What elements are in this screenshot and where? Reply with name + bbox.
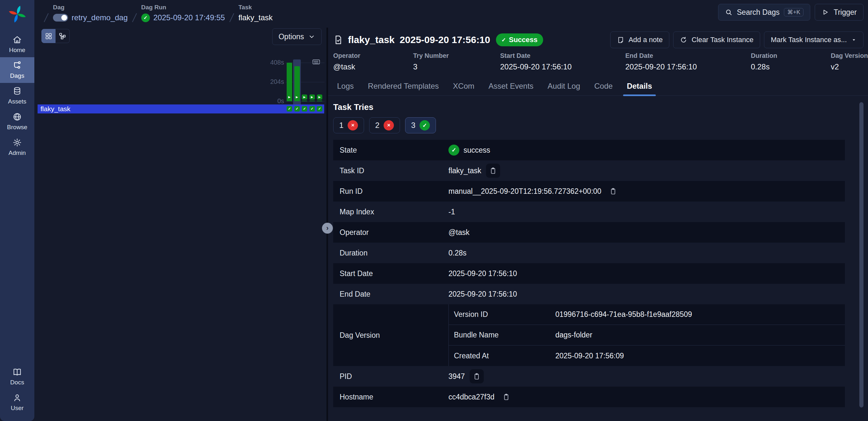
table-row: Dag Version Version ID <box>333 304 845 366</box>
Docs[interactable]: Docs <box>0 364 34 390</box>
table-row: Map Index -1 <box>333 201 845 222</box>
task-timestamp: 2025-09-20 17:56:10 <box>400 34 490 45</box>
try-button[interactable]: 1 × <box>333 117 364 133</box>
task-instance-check-icon[interactable]: ✓ <box>294 106 300 112</box>
try-button[interactable]: 2 × <box>369 117 400 133</box>
task-row-flaky-task[interactable]: flaky_task <box>37 105 324 113</box>
run-state-icon[interactable]: ▶ <box>317 94 322 100</box>
breadcrumb-separator <box>44 13 49 22</box>
row-value: @task <box>448 228 470 237</box>
user-icon <box>12 393 22 402</box>
dag-icon <box>12 61 22 70</box>
row-value: 2025-09-20 17:56:10 <box>448 290 517 299</box>
database-icon <box>12 86 22 96</box>
search-shortcut-badge: ⌘+K <box>784 8 804 17</box>
task-instance-check-icon[interactable]: ✓ <box>287 106 292 112</box>
airflow-logo-icon[interactable] <box>8 5 26 23</box>
Code[interactable]: Code <box>590 82 616 95</box>
Audit Log[interactable]: Audit Log <box>544 82 584 95</box>
clipboard-icon <box>610 188 617 195</box>
search-dags-button[interactable]: Search Dags ⌘+K <box>718 4 810 21</box>
meta-item: Try Number 3 <box>413 52 500 71</box>
Dags[interactable]: Dags <box>0 57 34 83</box>
meta-item: Operator @task <box>333 52 413 71</box>
row-value: 2025-09-20 17:56:10 <box>448 269 517 278</box>
Asset Events[interactable]: Asset Events <box>485 82 537 95</box>
topbar: Dag retry_demo_dag Dag Run ✓ 2025-09-20 … <box>34 0 868 28</box>
home-icon <box>12 35 22 44</box>
breadcrumb-value[interactable]: 2025-09-20 17:49:55 <box>153 13 225 22</box>
table-row: Hostname cc4dbca27f3d <box>333 387 845 407</box>
row-value: 0.28s <box>448 249 466 257</box>
duration-bar[interactable] <box>302 101 307 101</box>
scrollbar-thumb[interactable] <box>859 102 864 408</box>
collapse-panel-handle[interactable]: › <box>322 223 333 234</box>
breadcrumb-value[interactable]: flaky_task <box>239 13 273 22</box>
try-button[interactable]: 3 ✓ <box>405 117 436 133</box>
Assets[interactable]: Assets <box>0 83 34 109</box>
Browse[interactable]: Browse <box>0 109 34 134</box>
tab-bar: Logs Rendered Templates XCom Asset Event… <box>328 82 868 96</box>
run-state-icon[interactable]: ▶ <box>294 94 300 100</box>
trigger-button[interactable]: Trigger <box>815 4 864 21</box>
breadcrumb-separator <box>132 13 137 22</box>
run-state-icon[interactable]: ▶ <box>287 94 292 100</box>
Add a note[interactable]: Add a note <box>610 31 669 48</box>
duration-bar[interactable] <box>309 101 315 101</box>
task-instance-panel: flaky_task 2025-09-20 17:56:10 ✓ Success… <box>328 28 868 421</box>
copy-button[interactable] <box>499 390 513 404</box>
nested-table: Version ID 01996716-c694-71ea-95b8-f1e9a… <box>448 304 845 366</box>
airflow-app: Home Dags Assets Browse Admin <box>0 0 868 421</box>
nested-row: Bundle Name dags-folder <box>449 325 845 345</box>
sidebar-item-label: User <box>10 404 24 412</box>
copy-button[interactable] <box>606 184 620 198</box>
copy-button[interactable] <box>470 369 484 384</box>
task-title: flaky_task <box>348 34 395 45</box>
gear-icon <box>12 138 22 147</box>
sidebar-item-label: Browse <box>7 124 27 131</box>
XCom[interactable]: XCom <box>449 82 478 95</box>
breadcrumb-label: Task <box>239 4 273 11</box>
chart-tick-label: 204s <box>261 78 284 85</box>
task-tries-heading: Task Tries <box>333 102 868 112</box>
grid-panel: Options 408s204s0s▶✓▶✓▶✓▶✓▶✓ flaky_task <box>34 28 327 421</box>
row-value: cc4dbca27f3d <box>448 393 494 401</box>
Clear Task Instance[interactable]: Clear Task Instance <box>673 31 760 48</box>
breadcrumb-item: Dag retry_demo_dag <box>53 4 128 23</box>
chart-gridline <box>285 101 324 102</box>
task-instance-check-icon[interactable]: ✓ <box>302 106 307 112</box>
task-meta: Operator @task Try Number 3 Start Date 2… <box>328 52 868 71</box>
Admin[interactable]: Admin <box>0 134 34 160</box>
Logs[interactable]: Logs <box>333 82 358 95</box>
Mark Task Instance as...[interactable]: Mark Task Instance as... <box>764 31 864 48</box>
run-state-icon[interactable]: ▶ <box>309 94 315 100</box>
copy-button[interactable] <box>486 164 500 178</box>
Details[interactable]: Details <box>623 82 656 95</box>
table-row: Start Date 2025-09-20 17:56:10 <box>333 263 845 284</box>
trigger-label: Trigger <box>834 8 857 17</box>
User[interactable]: User <box>0 390 34 415</box>
refresh-icon <box>680 36 687 44</box>
panel-divider[interactable]: › <box>327 28 328 421</box>
Rendered Templates[interactable]: Rendered Templates <box>364 82 443 95</box>
success-icon: ✓ <box>420 120 430 131</box>
chart-tick-label: 0s <box>261 97 284 105</box>
meta-item: Duration 0.28s <box>751 52 831 71</box>
sidebar-item-label: Docs <box>10 379 24 386</box>
task-instance-header: flaky_task 2025-09-20 17:56:10 ✓ Success… <box>328 28 868 48</box>
table-row: End Date 2025-09-20 17:56:10 <box>333 284 845 304</box>
task-row-label: flaky_task <box>40 105 70 113</box>
dag-pause-toggle[interactable] <box>53 14 68 22</box>
clipboard-icon <box>473 373 480 380</box>
table-row: PID 3947 <box>333 366 845 387</box>
status-badge: ✓ Success <box>496 33 543 46</box>
task-instance-check-icon[interactable]: ✓ <box>309 106 315 112</box>
state-badge: ✓ success <box>448 145 490 156</box>
run-state-icon[interactable]: ▶ <box>302 94 307 100</box>
breadcrumb-label: Dag Run <box>141 4 225 11</box>
duration-bar[interactable] <box>317 101 322 101</box>
breadcrumb-value[interactable]: retry_demo_dag <box>71 13 128 22</box>
Home[interactable]: Home <box>0 31 34 57</box>
task-instance-check-icon[interactable]: ✓ <box>317 106 322 112</box>
file-check-icon <box>333 35 343 45</box>
